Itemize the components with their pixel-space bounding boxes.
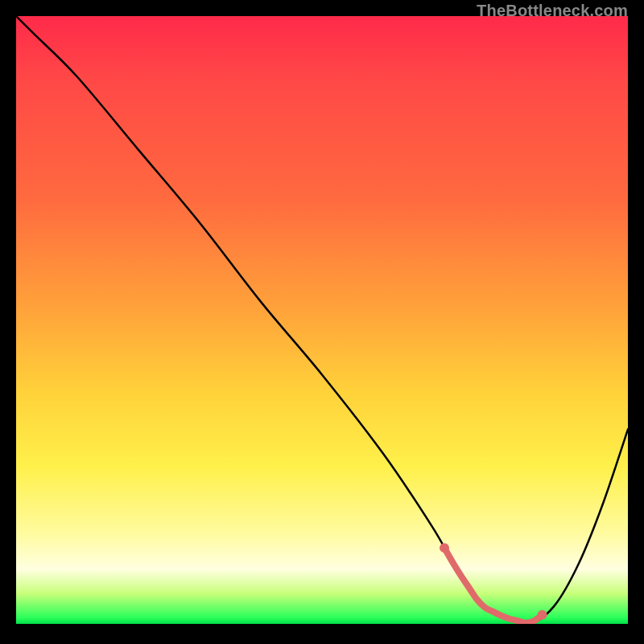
plot-area [16, 16, 628, 624]
bottleneck-curve [16, 16, 628, 624]
svg-point-0 [440, 543, 449, 553]
chart-container: TheBottleneck.com [0, 0, 644, 644]
svg-point-1 [538, 610, 547, 620]
